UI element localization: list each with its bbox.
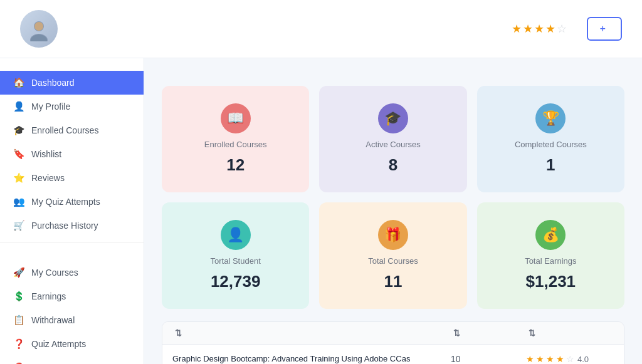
header-right: ★★★★☆ ＋ — [512, 17, 622, 41]
header-left — [20, 10, 66, 48]
stat-label: Completed Courses — [515, 140, 587, 149]
sidebar-divider — [0, 242, 144, 243]
stat-label: Total Courses — [368, 256, 418, 266]
stat-card: 🎓 Active Courses 8 — [319, 86, 466, 192]
reviews-icon: ⭐ — [13, 172, 25, 184]
table-header: ⇅ ⇅ ⇅ — [162, 322, 624, 345]
avatar — [20, 10, 58, 48]
dashboard-content: 📖 Enrolled Courses 12 🎓 Active Courses 8… — [144, 58, 642, 364]
star-icon: ★ — [545, 22, 555, 36]
col-total-enrolled: ⇅ — [451, 328, 526, 338]
sort-icon-enrolled[interactable]: ⇅ — [453, 328, 460, 338]
sidebar-label-purchase-history: Purchase History — [31, 221, 98, 231]
rating-stars: ★★★★☆ — [512, 22, 567, 36]
sidebar-item-question-answer[interactable]: ❓ Question & Answer — [0, 356, 144, 364]
stat-card: 📖 Enrolled Courses 12 — [162, 86, 309, 192]
row-star: ★ — [556, 354, 564, 364]
stat-label: Enrolled Courses — [204, 140, 267, 149]
row-star: ★ — [536, 354, 544, 364]
purchase-icon: 🛒 — [13, 220, 25, 231]
stat-value: 8 — [389, 155, 397, 175]
stat-value: 12,739 — [211, 272, 261, 291]
star-icon: ★ — [523, 22, 533, 36]
stat-icon: 💰 — [535, 220, 566, 250]
stat-label: Active Courses — [366, 140, 420, 149]
sidebar-label-quiz-attempts: My Quiz Attempts — [31, 197, 100, 207]
sidebar-label-earnings: Earnings — [31, 291, 66, 301]
plus-icon: ＋ — [598, 23, 607, 34]
courses-table: ⇅ ⇅ ⇅ Graphic Design Bootcamp: Advanced … — [162, 321, 624, 364]
row-star: ★ — [546, 354, 554, 364]
sidebar-item-my-profile[interactable]: 👤 My Profile — [0, 95, 144, 118]
course-name-cell: Graphic Design Bootcamp: Advanced Traini… — [172, 353, 451, 364]
sidebar-item-earnings[interactable]: 💲 Earnings — [0, 284, 144, 308]
stats-grid: 📖 Enrolled Courses 12 🎓 Active Courses 8… — [162, 86, 624, 309]
sidebar-item-my-courses[interactable]: 🚀 My Courses — [0, 261, 144, 284]
main-layout: 🏠 Dashboard 👤 My Profile 🎓 Enrolled Cour… — [0, 58, 642, 364]
stat-label: Tortal Student — [211, 256, 261, 266]
dashboard-icon: 🏠 — [13, 77, 25, 88]
sort-icon-course[interactable]: ⇅ — [175, 328, 182, 338]
earnings-icon: 💲 — [13, 291, 25, 302]
sort-icon-rating[interactable]: ⇅ — [529, 328, 535, 338]
star-icon: ★ — [534, 22, 544, 36]
stat-icon: 👤 — [221, 220, 251, 250]
stat-card: 💰 Total Earnings $1,231 — [477, 202, 624, 309]
sidebar-item-dashboard[interactable]: 🏠 Dashboard — [0, 71, 144, 95]
sidebar-item-withdrawal[interactable]: 📋 Withdrawal — [0, 308, 144, 332]
svg-point-2 — [34, 22, 43, 31]
row-rating-text: 4.0 — [577, 355, 589, 364]
stat-card: 🎁 Total Courses 11 — [319, 202, 466, 309]
sidebar-label-quiz-attempts-instructor: Quiz Attempts — [31, 339, 86, 349]
col-rating: ⇅ — [526, 328, 614, 338]
sidebar-item-quiz-attempts[interactable]: 👥 My Quiz Attempts — [0, 190, 144, 214]
sidebar-label-enrolled-courses: Enrolled Courses — [31, 125, 98, 135]
profile-icon: 👤 — [13, 101, 25, 112]
sidebar-label-withdrawal: Withdrawal — [31, 315, 75, 325]
sidebar-item-wishlist[interactable]: 🔖 Wishlist — [0, 142, 144, 166]
stat-label: Total Earnings — [525, 256, 576, 266]
stat-card: 🏆 Completed Courses 1 — [477, 86, 624, 192]
stat-value: 12 — [226, 155, 245, 175]
stat-value: 1 — [546, 155, 555, 175]
rating-area: ★★★★☆ — [512, 22, 574, 36]
star-icon: ☆ — [557, 22, 567, 36]
table-body: Graphic Design Bootcamp: Advanced Traini… — [162, 345, 624, 364]
sidebar-label-reviews: Reviews — [31, 173, 65, 183]
enrolled-count-cell: 10 — [451, 354, 526, 364]
wishlist-icon: 🔖 — [13, 148, 25, 160]
row-star: ★ — [526, 354, 534, 364]
sidebar-label-dashboard: Dashboard — [31, 78, 75, 88]
quiz-icon: ❓ — [13, 338, 25, 350]
stat-icon: 📖 — [221, 103, 251, 133]
stat-icon: 🏆 — [535, 103, 566, 133]
sidebar-item-quiz-attempts-instructor[interactable]: ❓ Quiz Attempts — [0, 332, 144, 356]
header: ★★★★☆ ＋ — [0, 0, 642, 58]
stat-card: 👤 Tortal Student 12,739 — [162, 202, 309, 309]
stat-value: $1,231 — [526, 272, 576, 291]
star-icon: ★ — [512, 22, 522, 36]
table-row: Graphic Design Bootcamp: Advanced Traini… — [162, 345, 624, 364]
sidebar: 🏠 Dashboard 👤 My Profile 🎓 Enrolled Cour… — [0, 58, 144, 364]
sidebar-label-wishlist: Wishlist — [31, 149, 61, 159]
my-courses-icon: 🚀 — [13, 267, 25, 278]
sidebar-label-my-profile: My Profile — [31, 101, 70, 112]
enrolled-icon: 🎓 — [13, 125, 25, 136]
stat-icon: 🎓 — [378, 103, 408, 133]
stat-value: 11 — [384, 272, 403, 291]
sidebar-item-purchase-history[interactable]: 🛒 Purchase History — [0, 214, 144, 237]
sidebar-item-enrolled-courses[interactable]: 🎓 Enrolled Courses — [0, 118, 144, 142]
sidebar-label-my-courses: My Courses — [31, 268, 78, 278]
sidebar-item-reviews[interactable]: ⭐ Reviews — [0, 166, 144, 190]
quiz-attempts-icon: 👥 — [13, 196, 25, 207]
row-rating: ★★★★☆ 4.0 — [526, 354, 614, 364]
col-course-name: ⇅ — [172, 328, 451, 338]
create-course-button[interactable]: ＋ — [587, 17, 622, 41]
stat-icon: 🎁 — [378, 220, 408, 250]
withdrawal-icon: 📋 — [13, 315, 25, 326]
row-star: ☆ — [566, 354, 574, 364]
instructor-section-label — [0, 248, 144, 261]
